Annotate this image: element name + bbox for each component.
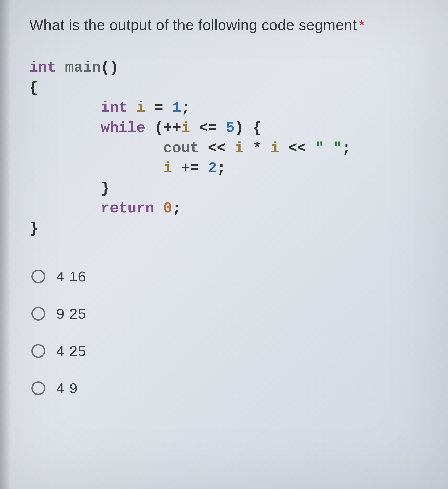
radio-icon[interactable]	[31, 344, 45, 358]
option-label: 9 25	[56, 305, 86, 322]
code-line: int i = 1;	[29, 98, 424, 118]
code-token: <=	[190, 119, 226, 136]
radio-icon[interactable]	[31, 381, 45, 395]
code-token: i	[136, 99, 145, 116]
code-token: i	[235, 140, 244, 157]
code-token: ;	[181, 99, 190, 116]
code-line: int main()	[29, 58, 424, 78]
code-token: cout	[163, 140, 199, 157]
code-token: ;	[172, 200, 181, 217]
option-label: 4 9	[56, 380, 78, 396]
question-text-content: What is the output of the following code…	[29, 16, 357, 33]
code-token: i	[270, 140, 279, 157]
code-line: {	[29, 78, 424, 98]
code-token: <<	[199, 140, 235, 157]
code-line: }	[29, 179, 424, 199]
option-3[interactable]: 4 25	[31, 343, 424, 359]
code-token: int	[101, 99, 136, 116]
code-line: }	[29, 219, 424, 239]
options-group: 4 169 254 254 9	[29, 268, 424, 396]
option-1[interactable]: 4 16	[31, 268, 424, 285]
radio-icon[interactable]	[31, 270, 45, 283]
code-token: (++	[154, 119, 181, 136]
code-token: }	[29, 220, 38, 237]
code-token: +=	[172, 160, 208, 177]
option-4[interactable]: 4 9	[31, 380, 424, 396]
code-token: ()	[101, 59, 119, 76]
code-token: <<	[279, 140, 315, 157]
code-token	[29, 119, 101, 136]
left-shadow	[0, 0, 11, 489]
code-token: 2	[208, 160, 217, 177]
code-token	[29, 160, 163, 177]
code-token: {	[29, 79, 38, 96]
code-token: while	[101, 119, 154, 136]
code-token: ;	[217, 160, 226, 177]
code-line: while (++i <= 5) {	[29, 118, 424, 138]
code-token: i	[181, 119, 190, 136]
code-token: 0	[163, 200, 172, 217]
code-token: 1	[172, 99, 181, 116]
code-line: return 0;	[29, 198, 424, 219]
code-token: 5	[226, 119, 235, 136]
required-star: *	[359, 16, 365, 33]
question-text: What is the output of the following code…	[29, 16, 424, 34]
code-token: " "	[315, 140, 342, 157]
option-2[interactable]: 9 25	[31, 305, 424, 322]
code-token: return	[101, 200, 163, 217]
code-token: int	[29, 59, 65, 76]
code-block: int main(){ int i = 1; while (++i <= 5) …	[29, 58, 424, 239]
code-line: i += 2;	[29, 158, 424, 179]
code-token: }	[29, 180, 110, 197]
radio-icon[interactable]	[31, 307, 45, 321]
code-token: ) {	[235, 119, 262, 136]
code-token	[29, 99, 101, 116]
question-card: What is the output of the following code…	[0, 0, 448, 489]
code-token: =	[145, 99, 172, 116]
code-token: ;	[342, 140, 351, 157]
code-token	[29, 200, 101, 217]
code-token: *	[244, 140, 271, 157]
option-label: 4 25	[56, 343, 86, 359]
code-line: cout << i * i << " ";	[29, 138, 424, 159]
option-label: 4 16	[56, 268, 86, 285]
code-token: i	[163, 160, 172, 177]
code-token	[29, 140, 163, 157]
code-token: main	[65, 59, 101, 76]
